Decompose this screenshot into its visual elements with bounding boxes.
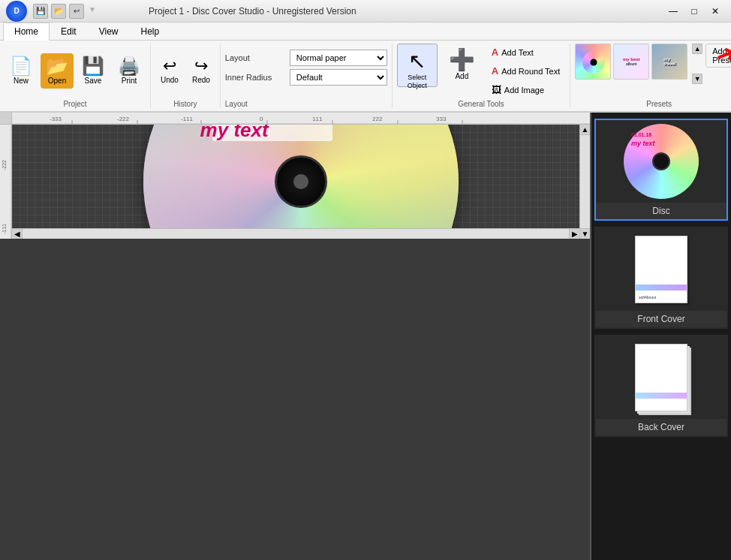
redo-button[interactable]: ↪ Redo: [187, 54, 215, 88]
sidebar-thumb-front-cover: soft4boost: [596, 228, 726, 311]
ruler-h-track: -333 -222 -111 0 111 222 333: [12, 113, 590, 124]
ribbon-tab-bar: Home Edit View Help: [0, 23, 731, 41]
title-bar: D 💾 📂 ↩ ▼ Project 1 - Disc Cover Studio …: [0, 0, 731, 23]
front-cover-mini: soft4boost: [635, 236, 687, 303]
ribbon-body: 📄 New 📂 Open 💾 Save 🖨️ Print Project: [0, 41, 731, 111]
new-icon: 📄: [10, 57, 32, 75]
svg-text:-222: -222: [2, 160, 7, 170]
sidebar-label-front-cover: Front Cover: [596, 311, 726, 327]
canvas-wrapper: -333 -222 -111 0 111 222 333: [0, 113, 590, 560]
new-button[interactable]: 📄 New: [5, 53, 38, 89]
ribbon: Home Edit View Help 📄 New 📂 Open 💾 Save: [0, 23, 731, 113]
sidebar-thumb-back-cover: [596, 336, 726, 419]
save-button[interactable]: 💾 Save: [77, 53, 110, 89]
print-icon: 🖨️: [118, 57, 140, 75]
window-title: Project 1 - Disc Cover Studio - Unregist…: [149, 6, 356, 17]
print-button[interactable]: 🖨️ Print: [113, 53, 146, 89]
scroll-down-btn[interactable]: ▼: [580, 228, 590, 239]
sidebar-item-disc[interactable]: 01.01.16my text Disc: [594, 119, 728, 221]
disc-object[interactable]: 01.01.16 my text Soft 4 Boost Non-activa…: [143, 125, 459, 239]
minimize-button[interactable]: —: [663, 4, 683, 19]
add-preset-button[interactable]: Add Preset: [705, 44, 731, 68]
add-text-icon: A: [492, 47, 498, 58]
svg-text:-333: -333: [50, 116, 62, 122]
preset-scroll-up[interactable]: ▲: [692, 44, 702, 54]
add-tools-stack: A Add Text A Add Round Text 🖼 Add Image: [486, 44, 565, 98]
tab-view[interactable]: View: [88, 23, 130, 40]
canvas-inner: -222 -111 0 111 222: [0, 125, 590, 239]
add-text-label: Add Text: [501, 48, 534, 57]
ribbon-group-general-tools: ↖ SelectObject ➕ Add A Add Text A A: [393, 44, 570, 108]
preset-scroll-down[interactable]: ▼: [692, 74, 702, 84]
canvas-area[interactable]: 01.01.16 my text Soft 4 Boost Non-activa…: [12, 125, 590, 239]
ruler-horizontal: -333 -222 -111 0 111 222 333: [0, 113, 590, 125]
scroll-up-btn[interactable]: ▲: [580, 125, 590, 135]
undo-button[interactable]: ↩ Undo: [155, 54, 184, 88]
app-icon: D: [6, 1, 27, 22]
back-cover-mini: [635, 344, 687, 411]
add-round-text-icon: A: [492, 65, 498, 77]
print-label: Print: [122, 77, 137, 85]
disc-main-text: my text: [200, 125, 269, 142]
toolbar-open-btn[interactable]: 📂: [51, 4, 66, 19]
save-label: Save: [85, 77, 102, 85]
open-button[interactable]: 📂 Open: [41, 53, 74, 89]
disc-thumbnail: 01.01.16my text: [624, 124, 699, 199]
disc-center-hole: [275, 155, 327, 208]
new-label: New: [14, 77, 29, 85]
preset-disc[interactable]: [575, 44, 611, 80]
ribbon-group-presets: my best album mytravel ➜ ▲ ▼ Ad: [570, 44, 731, 108]
inner-radius-label: Inner Radius: [225, 73, 285, 82]
scroll-track: [580, 135, 590, 228]
ribbon-group-project: 📄 New 📂 Open 💾 Save 🖨️ Print Project: [0, 44, 151, 108]
close-button[interactable]: ✕: [705, 4, 725, 19]
add-button[interactable]: ➕ Add: [442, 44, 482, 84]
preset-thumbnails: my best album mytravel: [575, 44, 687, 80]
toolbar-undo-btn[interactable]: ↩: [69, 4, 84, 19]
tab-help[interactable]: Help: [130, 23, 171, 40]
add-image-button[interactable]: 🖼 Add Image: [486, 81, 565, 98]
add-image-icon: 🖼: [492, 84, 501, 95]
canvas-scrollbar-h: ◀ ▶: [12, 228, 579, 239]
scroll-h-track: [23, 229, 569, 239]
maximize-button[interactable]: □: [684, 4, 704, 19]
ribbon-group-layout: Layout Normal paper Inner Radius Default…: [221, 44, 393, 108]
svg-text:0: 0: [260, 116, 263, 122]
preset-travel[interactable]: mytravel: [651, 44, 687, 80]
undo-icon: ↩: [163, 58, 176, 74]
sidebar-item-front-cover[interactable]: soft4boost Front Cover: [594, 227, 728, 329]
sidebar: 01.01.16my text Disc soft4boost Front Co…: [590, 113, 731, 560]
preset-scroll: ▲ ▼: [692, 44, 702, 84]
add-round-text-button[interactable]: A Add Round Text: [486, 62, 565, 80]
layout-controls: Layout Normal paper Inner Radius Default: [225, 50, 387, 86]
tab-home[interactable]: Home: [3, 23, 50, 41]
preset-text1[interactable]: my best album: [613, 44, 649, 80]
toolbar-save-btn[interactable]: 💾: [33, 4, 48, 19]
scroll-right-btn[interactable]: ▶: [569, 229, 579, 239]
scroll-left-btn[interactable]: ◀: [12, 229, 23, 239]
disc-outer: 01.01.16 my text Soft 4 Boost Non-activa…: [143, 125, 459, 239]
ruler-corner: [0, 113, 12, 125]
sidebar-label-back-cover: Back Cover: [596, 419, 726, 435]
add-round-text-label: Add Round Text: [501, 67, 560, 76]
select-object-button[interactable]: ↖ SelectObject: [397, 44, 438, 87]
open-icon: 📂: [46, 57, 68, 75]
layout-group-label: Layout: [225, 98, 248, 108]
save-icon: 💾: [82, 57, 104, 75]
presets-group-label: Presets: [646, 98, 672, 108]
svg-text:-222: -222: [117, 116, 130, 122]
history-group-label: History: [173, 98, 197, 108]
add-text-button[interactable]: A Add Text: [486, 44, 565, 61]
layout-select[interactable]: Normal paper: [290, 50, 387, 66]
svg-text:222: 222: [372, 116, 383, 122]
front-cover-stripe: [636, 285, 687, 291]
sidebar-item-back-cover[interactable]: Back Cover: [594, 335, 728, 437]
add-image-label: Add Image: [504, 86, 544, 95]
svg-text:111: 111: [312, 116, 323, 122]
open-label: Open: [48, 77, 66, 85]
tab-edit[interactable]: Edit: [50, 23, 88, 40]
svg-text:-111: -111: [2, 224, 7, 234]
inner-radius-select[interactable]: Default: [290, 69, 387, 86]
main-area: -333 -222 -111 0 111 222 333: [0, 113, 731, 560]
redo-label: Redo: [192, 76, 210, 84]
